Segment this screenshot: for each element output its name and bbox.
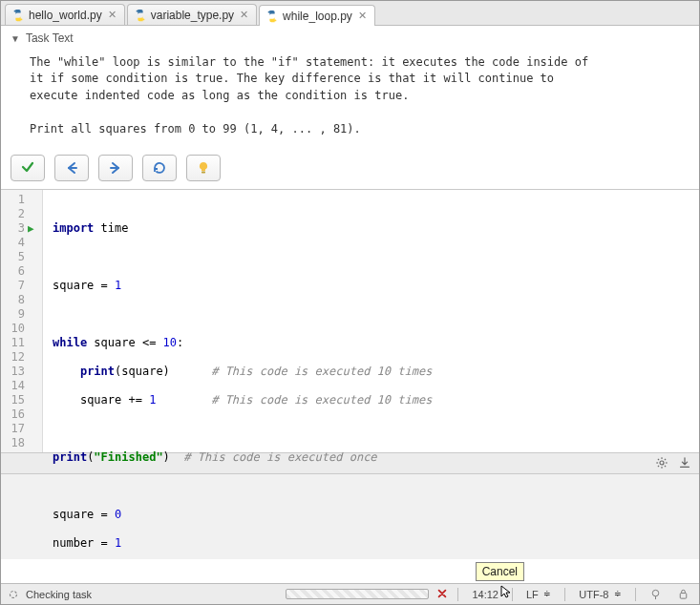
inspection-icon[interactable]: [646, 588, 666, 600]
check-button[interactable]: [11, 155, 45, 181]
tab-variable-type[interactable]: variable_type.py ✕: [127, 4, 257, 25]
refresh-button[interactable]: [142, 155, 177, 181]
hint-button[interactable]: [186, 155, 221, 181]
inspection-eye-icon[interactable]: [680, 194, 693, 207]
svg-rect-15: [680, 594, 687, 599]
svg-rect-0: [202, 171, 205, 173]
code-area[interactable]: import time square = 1 while square <= 1…: [43, 190, 699, 452]
task-text-heading: Task Text: [26, 31, 74, 45]
tab-label: hello_world.py: [29, 9, 102, 22]
close-icon[interactable]: ✕: [240, 10, 248, 20]
code-editor[interactable]: ▶ 1 2 3 4 5 6 7 8 9 10 11 12 13 14 15 16…: [1, 189, 699, 452]
tab-label: while_loop.py: [283, 10, 352, 23]
disclosure-triangle-icon[interactable]: ▼: [11, 33, 20, 44]
python-file-icon: [134, 9, 147, 22]
next-task-button[interactable]: [98, 155, 133, 181]
task-text-body: The "while" loop is similar to the "if" …: [1, 49, 699, 151]
status-bar: Checking task 14:12 LF ≑ UTF-8 ≑: [1, 583, 699, 604]
python-file-icon: [265, 10, 279, 23]
svg-point-12: [11, 591, 17, 597]
caret-position[interactable]: 14:12: [468, 589, 502, 600]
cancel-button[interactable]: [436, 588, 448, 601]
tab-label: variable_type.py: [151, 9, 234, 22]
tab-hello-world[interactable]: hello_world.py ✕: [5, 4, 125, 25]
line-number-gutter: ▶ 1 2 3 4 5 6 7 8 9 10 11 12 13 14 15 16…: [1, 190, 43, 452]
run-line-icon[interactable]: ▶: [28, 221, 34, 236]
previous-task-button[interactable]: [54, 155, 89, 181]
task-running-icon: [7, 588, 20, 601]
tab-while-loop[interactable]: while_loop.py ✕: [259, 5, 375, 26]
line-ending-selector[interactable]: LF ≑: [522, 589, 555, 600]
editor-tab-bar: hello_world.py ✕ variable_type.py ✕ whil…: [1, 1, 699, 26]
encoding-selector[interactable]: UTF-8 ≑: [575, 589, 626, 600]
python-file-icon: [11, 9, 25, 22]
close-icon[interactable]: ✕: [108, 10, 117, 20]
status-message: Checking task: [7, 588, 92, 601]
lock-icon[interactable]: [673, 588, 693, 600]
progress-bar: [286, 589, 429, 599]
svg-point-13: [652, 590, 659, 596]
tooltip-cancel: Cancel: [476, 562, 524, 581]
task-toolbar: [1, 151, 699, 189]
close-icon[interactable]: ✕: [358, 10, 367, 21]
task-text-header[interactable]: ▼ Task Text: [1, 26, 699, 49]
